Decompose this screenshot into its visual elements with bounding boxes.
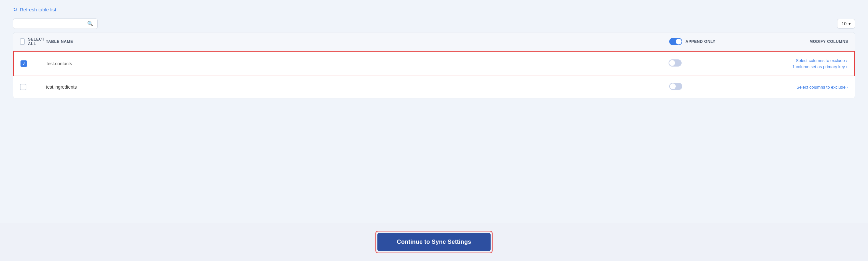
row-2-select-columns-link[interactable]: Select columns to exclude › [734, 85, 848, 89]
row-2-append-toggle[interactable] [669, 83, 682, 90]
table-header: SELECT ALL TABLE NAME APPEND ONLY MODIFY… [13, 33, 855, 51]
continue-button-wrapper: Continue to Sync Settings [375, 231, 493, 253]
select-all-label: SELECT ALL [28, 37, 46, 46]
table-row: test.contacts Select columns to exclude … [13, 51, 855, 76]
row-1-primary-key-link[interactable]: 1 column set as primary key › [734, 64, 847, 69]
select-all-cell: SELECT ALL [20, 37, 46, 46]
row-1-append-toggle[interactable] [669, 60, 682, 67]
search-box: 🔍 [13, 18, 98, 29]
append-only-global-toggle[interactable] [669, 38, 682, 45]
row-2-append-toggle-cell [669, 83, 734, 91]
row-2-columns-cell: Select columns to exclude › [734, 85, 848, 89]
table-name-header: TABLE NAME [46, 39, 669, 44]
continue-to-sync-settings-button[interactable]: Continue to Sync Settings [377, 233, 491, 251]
select-all-checkbox[interactable] [20, 38, 25, 45]
main-content: ↻ Refresh table list 🔍 10 ▾ SELECT ALL T… [0, 0, 868, 223]
row-1-append-toggle-cell [669, 60, 734, 68]
search-icon: 🔍 [87, 21, 93, 27]
search-input[interactable] [17, 21, 87, 26]
table-container: SELECT ALL TABLE NAME APPEND ONLY MODIFY… [13, 32, 855, 98]
per-page-value: 10 [841, 21, 846, 26]
per-page-select[interactable]: 10 ▾ [837, 19, 855, 29]
chevron-down-icon: ▾ [848, 21, 851, 26]
row-1-columns-cell: Select columns to exclude › 1 column set… [734, 58, 847, 69]
footer: Continue to Sync Settings [0, 223, 868, 261]
row-2-checkbox[interactable] [20, 84, 26, 90]
table-row: test.ingredients Select columns to exclu… [13, 76, 855, 98]
row-1-table-name: test.contacts [46, 61, 669, 66]
row-1-checkbox[interactable] [21, 61, 27, 67]
row-2-table-name: test.ingredients [46, 84, 669, 89]
refresh-table-list-link[interactable]: ↻ Refresh table list [13, 6, 56, 13]
row-1-checkbox-cell [21, 61, 46, 67]
refresh-label: Refresh table list [20, 7, 56, 12]
modify-columns-header: MODIFY COLUMNS [734, 39, 848, 44]
toolbar: 🔍 10 ▾ [13, 18, 855, 29]
refresh-icon: ↻ [13, 6, 17, 13]
row-1-select-columns-link[interactable]: Select columns to exclude › [734, 58, 847, 63]
append-only-header: APPEND ONLY [669, 38, 734, 45]
row-2-checkbox-cell [20, 84, 46, 90]
